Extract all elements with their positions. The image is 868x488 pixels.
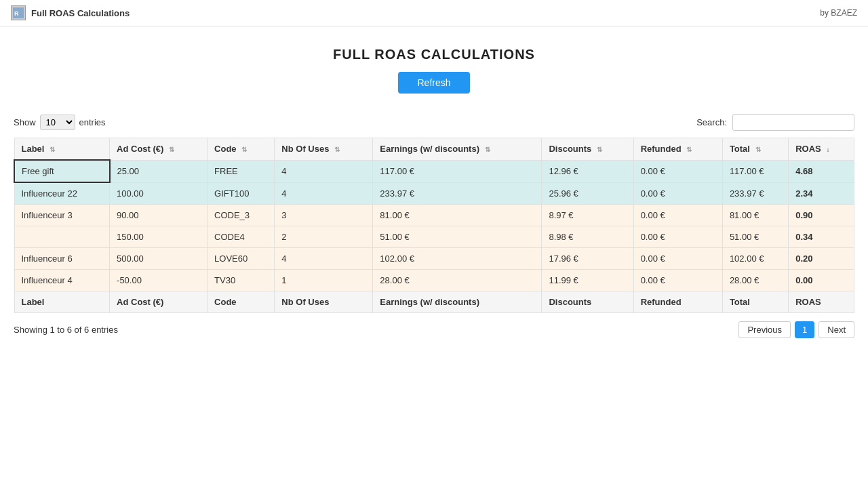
cell-roas: 0.00 bbox=[789, 270, 854, 291]
cell-discounts: 17.96 € bbox=[542, 248, 633, 270]
col-header-refunded[interactable]: Refunded ⇅ bbox=[633, 138, 722, 161]
page-title: FULL ROAS CALCULATIONS bbox=[0, 47, 868, 62]
main-header: FULL ROAS CALCULATIONS Refresh bbox=[0, 26, 868, 107]
sort-icon-discounts: ⇅ bbox=[597, 146, 602, 153]
search-input[interactable] bbox=[732, 114, 854, 131]
table-row: 150.00CODE4251.00 €8.98 €0.00 €51.00 €0.… bbox=[14, 226, 854, 248]
footer-col-roas: ROAS bbox=[789, 291, 854, 313]
cell-earnings: 81.00 € bbox=[373, 205, 542, 226]
pagination: Previous 1 Next bbox=[738, 321, 854, 338]
cell-adcost: 100.00 bbox=[110, 182, 208, 205]
data-table-wrapper: Label ⇅ Ad Cost (€) ⇅ Code ⇅ Nb Of Uses … bbox=[0, 138, 868, 313]
cell-label: Influenceur 4 bbox=[14, 270, 110, 291]
cell-adcost: 150.00 bbox=[110, 226, 208, 248]
app-title: Full ROAS Calculations bbox=[31, 8, 130, 18]
footer-col-adcost: Ad Cost (€) bbox=[110, 291, 208, 313]
cell-code: CODE4 bbox=[208, 226, 275, 248]
cell-code: LOVE60 bbox=[208, 248, 275, 270]
footer-col-discounts: Discounts bbox=[542, 291, 633, 313]
cell-label bbox=[14, 226, 110, 248]
col-header-total[interactable]: Total ⇅ bbox=[722, 138, 788, 161]
sort-icon-nbofuses: ⇅ bbox=[334, 146, 340, 153]
cell-total: 233.97 € bbox=[722, 182, 788, 205]
refresh-button[interactable]: Refresh bbox=[398, 72, 469, 94]
cell-earnings: 51.00 € bbox=[373, 226, 542, 248]
cell-nbofuses: 2 bbox=[275, 226, 373, 248]
svg-text:R: R bbox=[14, 10, 19, 17]
cell-roas: 0.90 bbox=[789, 205, 854, 226]
footer-col-code: Code bbox=[208, 291, 275, 313]
cell-discounts: 12.96 € bbox=[542, 160, 633, 182]
cell-discounts: 11.99 € bbox=[542, 270, 633, 291]
cell-label: Influenceur 22 bbox=[14, 182, 110, 205]
col-header-nbofuses[interactable]: Nb Of Uses ⇅ bbox=[275, 138, 373, 161]
current-page: 1 bbox=[795, 321, 814, 338]
cell-adcost: 90.00 bbox=[110, 205, 208, 226]
col-header-adcost[interactable]: Ad Cost (€) ⇅ bbox=[110, 138, 208, 161]
entries-select[interactable]: 10 25 50 100 bbox=[40, 115, 75, 130]
show-label: Show bbox=[14, 117, 36, 127]
col-header-roas[interactable]: ROAS ↓ bbox=[789, 138, 854, 161]
cell-total: 117.00 € bbox=[722, 160, 788, 182]
cell-refunded: 0.00 € bbox=[633, 270, 722, 291]
footer-col-total: Total bbox=[722, 291, 788, 313]
table-row: Influenceur 4-50.00TV30128.00 €11.99 €0.… bbox=[14, 270, 854, 291]
cell-label: Influenceur 3 bbox=[14, 205, 110, 226]
cell-discounts: 8.98 € bbox=[542, 226, 633, 248]
data-table: Label ⇅ Ad Cost (€) ⇅ Code ⇅ Nb Of Uses … bbox=[14, 138, 854, 313]
cell-refunded: 0.00 € bbox=[633, 226, 722, 248]
cell-earnings: 117.00 € bbox=[373, 160, 542, 182]
table-row: Free gift25.00FREE4117.00 €12.96 €0.00 €… bbox=[14, 160, 854, 182]
col-header-code[interactable]: Code ⇅ bbox=[208, 138, 275, 161]
footer-controls: Showing 1 to 6 of 6 entries Previous 1 N… bbox=[0, 313, 868, 346]
cell-nbofuses: 1 bbox=[275, 270, 373, 291]
table-row: Influenceur 6500.00LOVE604102.00 €17.96 … bbox=[14, 248, 854, 270]
cell-discounts: 25.96 € bbox=[542, 182, 633, 205]
next-button[interactable]: Next bbox=[818, 321, 854, 338]
sort-icon-earnings: ⇅ bbox=[485, 146, 490, 153]
cell-nbofuses: 3 bbox=[275, 205, 373, 226]
cell-total: 102.00 € bbox=[722, 248, 788, 270]
table-header-row: Label ⇅ Ad Cost (€) ⇅ Code ⇅ Nb Of Uses … bbox=[14, 138, 854, 161]
top-bar: R Full ROAS Calculations by BZAEZ bbox=[0, 0, 868, 26]
cell-code: GIFT100 bbox=[208, 182, 275, 205]
app-title-container: R Full ROAS Calculations bbox=[11, 5, 130, 20]
sort-icon-code: ⇅ bbox=[241, 146, 247, 153]
cell-total: 81.00 € bbox=[722, 205, 788, 226]
cell-refunded: 0.00 € bbox=[633, 160, 722, 182]
cell-code: CODE_3 bbox=[208, 205, 275, 226]
cell-adcost: -50.00 bbox=[110, 270, 208, 291]
cell-roas: 0.20 bbox=[789, 248, 854, 270]
cell-code: TV30 bbox=[208, 270, 275, 291]
cell-refunded: 0.00 € bbox=[633, 205, 722, 226]
col-header-label[interactable]: Label ⇅ bbox=[14, 138, 110, 161]
cell-roas: 4.68 bbox=[789, 160, 854, 182]
cell-refunded: 0.00 € bbox=[633, 248, 722, 270]
sort-icon-label: ⇅ bbox=[50, 146, 55, 153]
cell-label: Influenceur 6 bbox=[14, 248, 110, 270]
search-box: Search: bbox=[696, 114, 854, 131]
cell-refunded: 0.00 € bbox=[633, 182, 722, 205]
cell-earnings: 102.00 € bbox=[373, 248, 542, 270]
cell-code: FREE bbox=[208, 160, 275, 182]
app-logo: R bbox=[11, 5, 26, 20]
prev-button[interactable]: Previous bbox=[738, 321, 791, 338]
cell-nbofuses: 4 bbox=[275, 160, 373, 182]
table-row: Influenceur 390.00CODE_3381.00 €8.97 €0.… bbox=[14, 205, 854, 226]
cell-discounts: 8.97 € bbox=[542, 205, 633, 226]
cell-adcost: 25.00 bbox=[110, 160, 208, 182]
sort-icon-refunded: ⇅ bbox=[686, 146, 692, 153]
show-entries-control: Show 10 25 50 100 entries bbox=[14, 115, 106, 130]
sort-icon-total: ⇅ bbox=[755, 146, 761, 153]
entries-label: entries bbox=[79, 117, 106, 127]
footer-col-nbofuses: Nb Of Uses bbox=[275, 291, 373, 313]
table-footer-row: Label Ad Cost (€) Code Nb Of Uses Earnin… bbox=[14, 291, 854, 313]
sort-icon-roas: ↓ bbox=[826, 146, 829, 153]
col-header-discounts[interactable]: Discounts ⇅ bbox=[542, 138, 633, 161]
cell-roas: 0.34 bbox=[789, 226, 854, 248]
search-label: Search: bbox=[696, 117, 727, 127]
col-header-earnings[interactable]: Earnings (w/ discounts) ⇅ bbox=[373, 138, 542, 161]
footer-col-refunded: Refunded bbox=[633, 291, 722, 313]
cell-adcost: 500.00 bbox=[110, 248, 208, 270]
cell-total: 51.00 € bbox=[722, 226, 788, 248]
